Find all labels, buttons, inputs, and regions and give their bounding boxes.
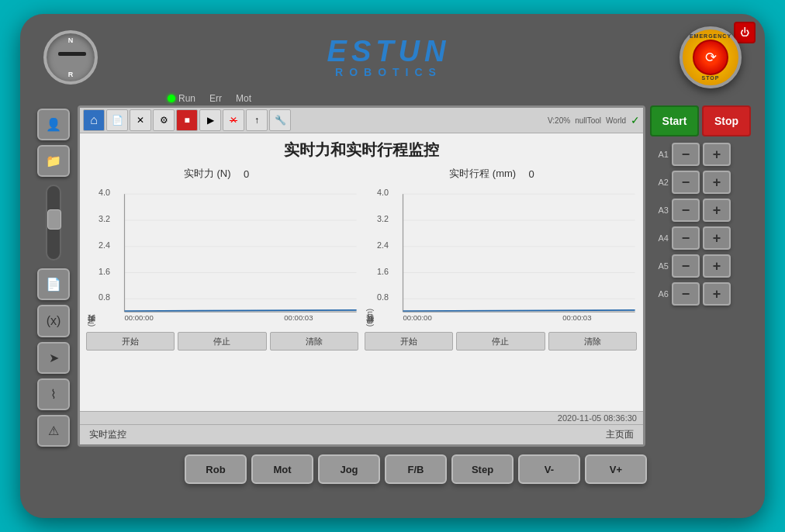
svg-text:0.8: 0.8 <box>377 294 389 302</box>
chart2-area: 4.0 3.2 2.4 1.6 0.8 <box>377 185 637 329</box>
key-line <box>58 52 86 56</box>
toolbar-upload[interactable]: ↑ <box>246 109 268 131</box>
sidebar-btn-graph[interactable]: ⌇ <box>37 378 70 410</box>
a6-plus-btn[interactable]: + <box>703 282 731 306</box>
chart1-y-label: 实时力 (N) <box>86 185 97 329</box>
emergency-stop-button[interactable]: EMERGENCY ⟳ STOP <box>680 26 742 88</box>
toolbar-info: V:20% nullTool World ✓ <box>548 114 640 126</box>
fb-button[interactable]: F/B <box>385 454 447 484</box>
stop-button[interactable]: Stop <box>702 105 751 136</box>
mot-button[interactable]: Mot <box>251 454 313 484</box>
chart2-detail-btn[interactable]: 清除 <box>548 332 637 351</box>
sidebar-btn-document[interactable]: 📄 <box>37 268 70 300</box>
brand-name: ESTUN <box>98 36 680 66</box>
document-icon: 📄 <box>46 277 61 292</box>
a1-plus-btn[interactable]: + <box>703 143 731 166</box>
chart1-controls: 开始 停止 清除 <box>86 332 358 351</box>
toolbar-new[interactable]: 📄 <box>106 109 128 131</box>
axis-row-a5: A5 − + <box>650 254 751 278</box>
axis-a6-label: A6 <box>650 289 669 299</box>
chart2-stop-btn[interactable]: 停止 <box>456 332 545 351</box>
sidebar-btn-variable[interactable]: (x) <box>37 305 70 337</box>
svg-text:00:00:03: 00:00:03 <box>284 315 313 323</box>
a3-plus-btn[interactable]: + <box>703 199 731 222</box>
sidebar-btn-arrow[interactable]: ➤ <box>37 342 70 374</box>
jog-button[interactable]: Jog <box>318 454 380 484</box>
check-icon: ✓ <box>631 114 640 126</box>
a2-minus-btn[interactable]: − <box>672 171 700 194</box>
svg-text:3.2: 3.2 <box>377 216 389 224</box>
force-group: 实时力 (N) 0 <box>184 167 254 181</box>
toolbar-close[interactable]: ✕ <box>130 109 151 131</box>
toolbar-stop[interactable]: ■ <box>176 109 198 131</box>
start-button[interactable]: Start <box>650 105 699 136</box>
status-mot: Mot <box>236 93 251 104</box>
toolbar-settings[interactable]: ⚙ <box>153 109 175 131</box>
main-area: 👤 📁 📄 (x) ➤ ⌇ ⚠ <box>28 105 757 447</box>
variable-icon: (x) <box>47 314 61 328</box>
screen-footer: 实时监控 主页面 <box>80 424 643 444</box>
a2-plus-btn[interactable]: + <box>703 171 731 194</box>
status-err-label: Err <box>209 93 222 104</box>
estop-inner: ⟳ <box>693 40 728 75</box>
estop-icon: ⟳ <box>705 49 717 66</box>
axis-a4-label: A4 <box>650 233 669 243</box>
axis-row-a1: A1 − + <box>650 143 751 166</box>
key-switch[interactable] <box>43 30 98 85</box>
screen: ⌂ 📄 ✕ ⚙ ■ ▶ ✕ <box>78 105 645 447</box>
status-mot-label: Mot <box>236 93 251 104</box>
a5-plus-btn[interactable]: + <box>703 254 731 278</box>
step-button[interactable]: Step <box>451 454 514 484</box>
a4-minus-btn[interactable]: − <box>672 226 700 250</box>
chart1-start-btn[interactable]: 开始 <box>86 332 175 351</box>
toolbar-tool[interactable]: 🔧 <box>269 109 291 131</box>
axis-a2-label: A2 <box>650 178 669 187</box>
estop-text-top: EMERGENCY <box>690 33 731 39</box>
svg-text:4.0: 4.0 <box>377 189 389 198</box>
arrow-icon: ➤ <box>49 351 59 365</box>
toolbar-x[interactable]: ✕ <box>223 109 244 131</box>
axis-row-a3: A3 − + <box>650 199 751 222</box>
sidebar-btn-user[interactable]: 👤 <box>37 109 70 140</box>
led-run <box>168 95 175 102</box>
chart2-start-btn[interactable]: 开始 <box>365 332 453 351</box>
jog-slider-thumb <box>47 209 61 230</box>
a3-minus-btn[interactable]: − <box>672 199 700 222</box>
svg-text:4.0: 4.0 <box>99 189 110 198</box>
chart2-svg: 4.0 3.2 2.4 1.6 0.8 <box>377 185 637 325</box>
chart1-area: 4.0 3.2 2.4 1.6 0.8 <box>99 185 358 329</box>
v-minus-button[interactable]: V- <box>518 454 580 484</box>
force-value: 0 <box>239 168 254 180</box>
a4-plus-btn[interactable]: + <box>703 226 731 250</box>
axis-a3-label: A3 <box>650 206 669 215</box>
footer-tab-left[interactable]: 实时监控 <box>83 427 133 443</box>
rob-button[interactable]: Rob <box>185 454 247 484</box>
jog-slider-track[interactable] <box>46 185 61 261</box>
stroke-value: 0 <box>524 168 539 180</box>
stroke-group: 实时行程 (mm) 0 <box>449 167 539 181</box>
status-run-label: Run <box>178 93 195 104</box>
a6-minus-btn[interactable]: − <box>672 282 700 306</box>
a1-minus-btn[interactable]: − <box>672 143 700 166</box>
svg-text:00:00:00: 00:00:00 <box>125 315 154 323</box>
svg-text:1.6: 1.6 <box>99 268 110 276</box>
chart1-detail-btn[interactable]: 清除 <box>270 332 358 351</box>
sidebar-btn-folder[interactable]: 📁 <box>37 145 70 177</box>
play-icon: ▶ <box>207 115 214 126</box>
chart2-container: 实时行程 (mm) 4.0 3.2 2.4 1.6 0.8 <box>365 185 637 351</box>
chart1-svg: 4.0 3.2 2.4 1.6 0.8 <box>99 185 358 325</box>
status-err: Err <box>209 93 222 104</box>
v-plus-button[interactable]: V+ <box>585 454 647 484</box>
sidebar-btn-warning[interactable]: ⚠ <box>37 415 70 447</box>
toolbar-play[interactable]: ▶ <box>199 109 221 131</box>
brand-subtitle: ROBOTICS <box>98 66 680 78</box>
footer-tab-right[interactable]: 主页面 <box>600 427 640 443</box>
x-icon: ✕ <box>230 115 237 126</box>
pendant-body: ⏻ ESTUN ROBOTICS EMERGENCY ⟳ STOP Run Er… <box>20 14 765 518</box>
chart1-stop-btn[interactable]: 停止 <box>178 332 266 351</box>
a5-minus-btn[interactable]: − <box>672 254 700 278</box>
home-button[interactable]: ⌂ <box>83 109 105 131</box>
chart1-container: 实时力 (N) 4.0 3.2 2.4 1.6 0.8 <box>86 185 358 351</box>
tool-icon: 🔧 <box>275 115 286 126</box>
speed-label: V:20% <box>548 116 570 125</box>
